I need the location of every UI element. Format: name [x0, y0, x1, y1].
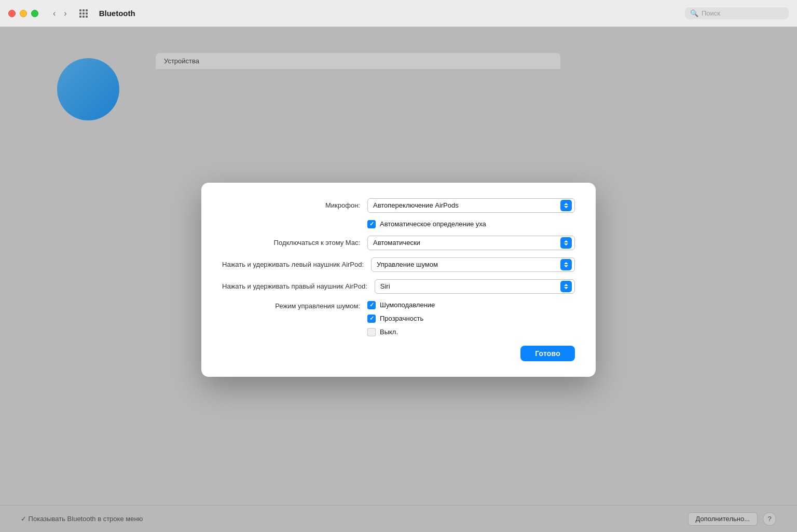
right-airpod-select-wrapper[interactable]: Siri: [375, 279, 575, 294]
ear-detection-checkbox-wrapper[interactable]: ✓ Автоматическое определение уха: [367, 220, 486, 228]
connect-mac-control[interactable]: Автоматически: [367, 236, 575, 250]
minimize-button[interactable]: [20, 10, 27, 17]
microphone-select-wrapper[interactable]: Автопереключение AirPods: [367, 198, 575, 213]
transparency-checkbox[interactable]: ✓: [367, 315, 376, 323]
ear-detection-row: ✓ Автоматическое определение уха: [222, 220, 575, 228]
noise-checkboxes: ✓ Шумоподавление ✓ Прозрачность: [367, 301, 435, 336]
connect-mac-label: Подключаться к этому Mac:: [222, 239, 367, 247]
search-placeholder: Поиск: [702, 9, 720, 17]
nav-buttons: ‹ ›: [50, 8, 70, 19]
nav-forward-button[interactable]: ›: [61, 8, 70, 19]
off-label: Выкл.: [380, 328, 398, 336]
right-airpod-select[interactable]: Siri: [375, 279, 575, 294]
close-button[interactable]: [8, 10, 16, 17]
noise-suppression-checkbox[interactable]: ✓: [367, 301, 376, 309]
noise-label: Режим управления шумом:: [222, 301, 367, 310]
search-icon: 🔍: [690, 9, 698, 17]
left-airpod-control[interactable]: Управление шумом: [371, 257, 575, 272]
checkmark-icon: ✓: [369, 316, 374, 321]
title-bar: ‹ › Bluetooth 🔍 Поиск: [0, 0, 797, 27]
transparency-row[interactable]: ✓ Прозрачность: [367, 315, 435, 323]
search-box[interactable]: 🔍 Поиск: [685, 7, 789, 19]
modal-overlay: Микрофон: Автопереключение AirPods: [0, 27, 797, 532]
off-checkbox[interactable]: [367, 328, 376, 336]
page-title: Bluetooth: [99, 9, 135, 18]
fullscreen-button[interactable]: [31, 10, 38, 17]
checkmark-icon: ✓: [369, 302, 374, 308]
connect-mac-row: Подключаться к этому Mac: Автоматически: [222, 236, 575, 250]
right-airpod-label: Нажать и удерживать правый наушник AirPo…: [222, 282, 375, 290]
traffic-lights: [8, 10, 38, 17]
microphone-select[interactable]: Автопереключение AirPods: [367, 198, 575, 213]
background-content: Устройства ✓ Показывать Bluetooth в стро…: [0, 27, 797, 532]
right-airpod-control[interactable]: Siri: [375, 279, 575, 294]
microphone-label: Микрофон:: [222, 201, 367, 209]
done-row: Готово: [222, 346, 575, 361]
left-airpod-select[interactable]: Управление шумом: [371, 257, 575, 272]
left-airpod-select-wrapper[interactable]: Управление шумом: [371, 257, 575, 272]
noise-suppression-label: Шумоподавление: [380, 301, 435, 309]
off-row[interactable]: Выкл.: [367, 328, 435, 336]
grid-icon[interactable]: [79, 9, 88, 18]
transparency-label: Прозрачность: [380, 315, 423, 322]
nav-back-button[interactable]: ‹: [50, 8, 59, 19]
left-airpod-row: Нажать и удерживать левый наушник AirPod…: [222, 257, 575, 272]
microphone-control[interactable]: Автопереключение AirPods: [367, 198, 575, 213]
ear-detection-checkbox[interactable]: ✓: [367, 220, 376, 228]
connect-mac-select-wrapper[interactable]: Автоматически: [367, 236, 575, 250]
noise-suppression-row[interactable]: ✓ Шумоподавление: [367, 301, 435, 309]
checkmark-icon: ✓: [369, 221, 374, 227]
ear-detect-offset: [222, 220, 367, 228]
connect-mac-select[interactable]: Автоматически: [367, 236, 575, 250]
ear-detection-label: Автоматическое определение уха: [380, 220, 486, 228]
done-button[interactable]: Готово: [520, 346, 575, 361]
right-airpod-row: Нажать и удерживать правый наушник AirPo…: [222, 279, 575, 294]
left-airpod-label: Нажать и удерживать левый наушник AirPod…: [222, 261, 371, 268]
airpods-settings-modal: Микрофон: Автопереключение AirPods: [201, 183, 596, 377]
microphone-row: Микрофон: Автопереключение AirPods: [222, 198, 575, 213]
noise-control-section: Режим управления шумом: ✓ Шумоподавление…: [222, 301, 575, 336]
